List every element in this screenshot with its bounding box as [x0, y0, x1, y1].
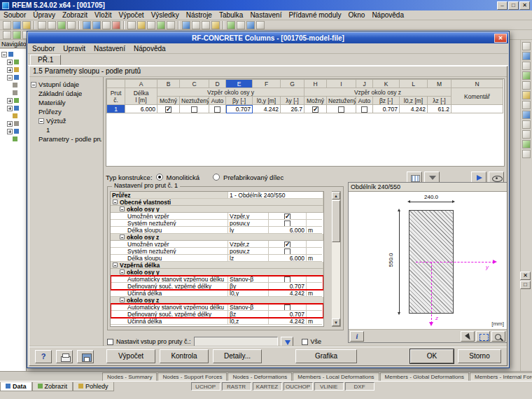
dialog-menu-upravit[interactable]: Upravit	[59, 45, 90, 52]
toolbar-icon[interactable]	[112, 21, 120, 29]
toolbar-icon[interactable]	[182, 21, 190, 29]
cell-length[interactable]: 6.000	[125, 105, 158, 113]
cell-lambda-z[interactable]: 61.2	[428, 105, 451, 113]
property-value[interactable]: 0.707	[269, 311, 307, 318]
nav-item-vyztuz[interactable]: Výztuž	[31, 116, 102, 125]
tree-item[interactable]	[1, 97, 24, 104]
toolbar-icon[interactable]	[83, 21, 91, 29]
expand-icon[interactable]	[7, 129, 13, 134]
toolbar-icon[interactable]	[92, 21, 101, 29]
nav-item-zakladni-udaje[interactable]: Základní údaje	[31, 89, 102, 98]
property-value[interactable]: 4.242	[269, 290, 307, 297]
view-icon[interactable]	[489, 172, 504, 183]
cell-lambda-y[interactable]: 26.7	[281, 105, 304, 113]
checkbox[interactable]	[361, 106, 368, 113]
toolbar-icon[interactable]	[522, 62, 531, 70]
zoom-window-icon[interactable]	[476, 331, 490, 342]
toolbar-icon[interactable]	[522, 52, 531, 60]
property-value[interactable]: 4.242	[269, 318, 307, 325]
menu-vysledky[interactable]: Výsledky	[148, 11, 183, 19]
export-icon[interactable]	[77, 350, 94, 363]
toolbar-icon[interactable]	[67, 21, 76, 29]
toolbar-icon[interactable]	[522, 150, 531, 158]
print-icon[interactable]	[56, 350, 73, 363]
toolbar-icon[interactable]	[522, 140, 531, 148]
group-row[interactable]: Vzpěrná délka	[111, 262, 323, 269]
menu-pridavne-moduly[interactable]: Přídavné moduly	[285, 11, 344, 19]
close-icon[interactable]	[519, 1, 530, 10]
tree-item[interactable]	[1, 74, 24, 80]
collapse-icon[interactable]	[1, 52, 7, 57]
cell-beta-z[interactable]: 0.707	[373, 105, 400, 113]
cell-beta-y[interactable]: 0.707	[226, 105, 253, 113]
collapse-icon[interactable]	[120, 298, 125, 302]
col-G[interactable]: G	[281, 80, 304, 88]
cell-l0z[interactable]: 4.242	[400, 105, 428, 113]
collapse-icon[interactable]	[113, 262, 118, 267]
cell-l0y[interactable]: 4.242	[253, 105, 281, 113]
tab-zobrazit[interactable]: Zobrazit	[32, 382, 74, 391]
all-checkbox[interactable]	[302, 339, 308, 345]
check-button[interactable]: Kontrola	[160, 349, 209, 363]
menu-zobrazit[interactable]: Zobrazit	[59, 11, 91, 19]
tree-item[interactable]	[1, 136, 24, 142]
expand-icon[interactable]	[7, 106, 13, 111]
tree-item[interactable]	[1, 51, 24, 57]
dialog-menu-nastaveni[interactable]: Nastavení	[90, 45, 130, 52]
group-row[interactable]: okolo osy y	[111, 206, 323, 213]
radio-prefabrikovany[interactable]	[213, 174, 220, 181]
nav-item-parametry[interactable]: Parametry - podle prutů	[31, 134, 102, 144]
dialog-menu-soubor[interactable]: Soubor	[28, 45, 59, 52]
scroll-down-icon[interactable]	[332, 318, 340, 326]
toolbar-icon[interactable]	[157, 21, 165, 29]
group-row[interactable]: okolo osy z	[111, 234, 323, 241]
toolbar-icon[interactable]	[127, 21, 136, 29]
details-button[interactable]: Detaily...	[213, 349, 262, 363]
property-value[interactable]: 1 - Obdélník 240/550	[228, 192, 323, 199]
toolbar-icon[interactable]	[202, 21, 210, 29]
cell-mozny-y[interactable]	[158, 105, 180, 113]
filter-icon[interactable]	[424, 172, 440, 183]
collapse-icon[interactable]	[120, 270, 125, 274]
toolbar-icon[interactable]	[522, 91, 531, 99]
toolbar-icon[interactable]	[147, 21, 155, 29]
radio-monoliticka[interactable]	[156, 174, 163, 181]
tree-item[interactable]	[1, 59, 24, 65]
toolbar-icon[interactable]	[227, 21, 235, 29]
tab-pohledy[interactable]: Pohledy	[73, 382, 114, 391]
status-vlinie[interactable]: VLINIE	[314, 382, 344, 391]
toolbar-icon[interactable]	[237, 21, 245, 29]
property-value[interactable]: 6.000	[269, 227, 307, 234]
tree-item[interactable]	[1, 66, 24, 73]
collapse-icon[interactable]	[38, 118, 44, 124]
table-tab[interactable]: Members - Global Deformations	[380, 372, 469, 381]
col-E[interactable]: E	[226, 80, 253, 88]
property-value[interactable]: 0.707	[269, 283, 307, 290]
collapse-icon[interactable]	[120, 234, 125, 239]
expand-icon[interactable]	[7, 59, 13, 65]
status-kartez[interactable]: KARTEZ	[253, 382, 282, 391]
close-icon[interactable]	[494, 34, 507, 43]
col-I[interactable]: I	[327, 80, 356, 88]
cancel-button[interactable]: Storno	[458, 349, 501, 363]
toolbar-icon[interactable]	[22, 21, 31, 29]
menu-soubor[interactable]: Soubor	[0, 11, 29, 19]
col-H[interactable]: H	[304, 80, 327, 88]
ok-button[interactable]: OK	[410, 349, 454, 363]
table-tab[interactable]: Nodes - Support Forces	[158, 372, 227, 381]
toolbar-icon[interactable]	[102, 21, 111, 29]
toolbar-icon[interactable]	[246, 21, 255, 29]
table-tab[interactable]: Nodes - Deformations	[227, 372, 292, 381]
col-J[interactable]: J	[356, 80, 373, 88]
table-tab[interactable]: Members - Internal Forces	[470, 372, 532, 381]
toolbar-icon[interactable]	[3, 31, 11, 39]
toolbar-icon[interactable]	[522, 81, 531, 90]
checkbox[interactable]	[338, 106, 344, 113]
checkbox[interactable]	[284, 220, 290, 227]
toolbar-icon[interactable]	[256, 21, 265, 29]
menu-napoveda[interactable]: Nápověda	[368, 11, 407, 19]
toolbar-icon[interactable]	[522, 101, 531, 109]
table-tab[interactable]: Nodes - Summary	[102, 372, 157, 381]
tree-item[interactable]	[1, 82, 24, 88]
menu-vypocet[interactable]: Výpočet	[115, 11, 148, 19]
